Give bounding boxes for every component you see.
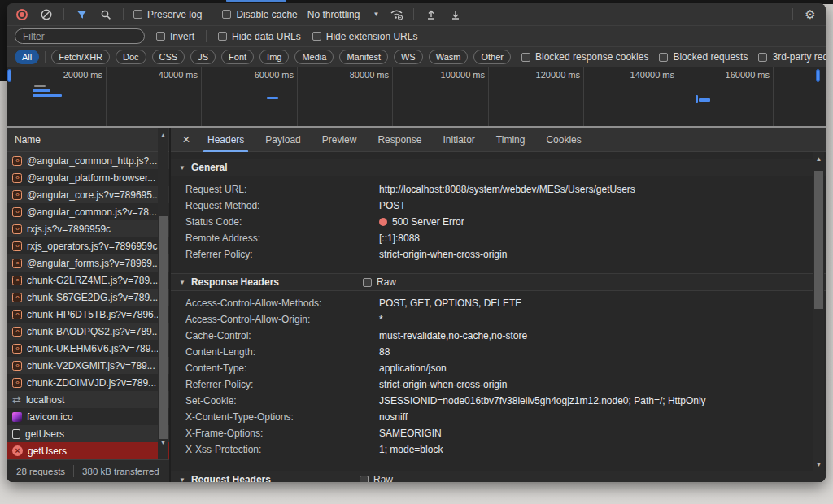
request-row[interactable]: getUsers — [7, 425, 169, 442]
tab-payload[interactable]: Payload — [256, 128, 309, 152]
request-row[interactable]: @angular_core.js?v=789695... — [7, 186, 169, 203]
request-row[interactable]: @angular_forms.js?v=78969... — [7, 254, 169, 272]
header-key: Access-Control-Allow-Origin: — [185, 314, 379, 325]
chip-manifest[interactable]: Manifest — [339, 50, 388, 64]
request-row[interactable]: chunk-S67GE2DG.js?v=789... — [7, 289, 169, 306]
image-file-icon — [12, 412, 22, 422]
header-row: X-Frame-Options:SAMEORIGIN — [171, 425, 826, 441]
chip-media[interactable]: Media — [294, 50, 334, 64]
request-list-name-column-header[interactable]: Name — [7, 128, 169, 152]
scroll-up-icon[interactable]: ▲ — [813, 154, 824, 164]
tab-preview[interactable]: Preview — [313, 128, 366, 152]
import-har-button[interactable] — [424, 7, 438, 22]
response-headers-section-header[interactable]: ▼ Response Headers Raw — [171, 273, 826, 291]
search-button[interactable] — [98, 7, 113, 22]
preserve-log-checkbox[interactable]: Preserve log — [133, 9, 202, 20]
request-row[interactable]: @angular_platform-browser... — [7, 169, 169, 186]
tab-headers[interactable]: Headers — [198, 128, 253, 152]
request-row[interactable]: ⇄localhost — [7, 391, 169, 408]
toolbar-divider — [792, 8, 793, 20]
scrollbar-thumb[interactable] — [159, 216, 168, 439]
third-party-requests-checkbox[interactable]: 3rd-party requests — [758, 51, 826, 63]
scroll-down-icon[interactable]: ▼ — [813, 459, 824, 470]
request-name: @angular_forms.js?v=78969... — [27, 258, 160, 269]
header-row: Remote Address:[::1]:8088 — [171, 230, 826, 246]
request-name: @angular_platform-browser... — [27, 172, 155, 184]
request-row-selected-error[interactable]: ×getUsers — [7, 442, 169, 459]
scroll-down-icon[interactable]: ▼ — [158, 437, 168, 448]
record-network-log-button[interactable] — [15, 7, 29, 22]
tab-response[interactable]: Response — [369, 128, 430, 152]
chip-other[interactable]: Other — [473, 50, 511, 64]
tab-timing[interactable]: Timing — [487, 128, 534, 152]
request-row[interactable]: chunk-ZDOIMVJD.js?v=789... — [7, 374, 169, 391]
status-bar-divider — [73, 465, 74, 477]
header-value: POST — [379, 200, 406, 211]
tab-cookies[interactable]: Cookies — [537, 128, 590, 152]
filter-toggle-button[interactable] — [74, 7, 89, 22]
chip-wasm[interactable]: Wasm — [429, 50, 469, 64]
chip-fetch-xhr[interactable]: Fetch/XHR — [51, 50, 110, 64]
network-conditions-button[interactable] — [389, 7, 403, 22]
request-row[interactable]: favicon.ico — [7, 408, 169, 425]
disable-cache-checkbox[interactable]: Disable cache — [222, 9, 297, 20]
blocked-response-cookies-checkbox[interactable]: Blocked response cookies — [521, 51, 648, 63]
filter-bar-divider — [206, 30, 207, 42]
chip-css[interactable]: CSS — [152, 50, 185, 64]
response-headers-raw-checkbox[interactable]: Raw — [363, 276, 396, 288]
details-scrollbar[interactable]: ▲ ▼ — [813, 152, 824, 482]
timeline-tick: 40000 ms — [124, 70, 198, 80]
request-row[interactable]: chunk-V2DXGMIT.js?v=789... — [7, 357, 169, 374]
toolbar-divider — [413, 8, 414, 20]
scrollbar-thumb[interactable] — [814, 171, 823, 309]
request-row[interactable]: chunk-UKEHM6V6.js?v=789... — [7, 340, 169, 357]
disable-cache-label: Disable cache — [236, 9, 297, 20]
request-headers-section-title: Request Headers — [191, 474, 271, 482]
timeline-activity-bar — [33, 94, 62, 97]
checkbox-icon — [312, 32, 321, 41]
request-row[interactable]: chunk-G2LRZ4ME.js?v=789... — [7, 272, 169, 289]
script-file-icon — [12, 156, 22, 166]
scroll-up-icon[interactable]: ▲ — [158, 130, 168, 141]
request-name: @angular_common_http.js?... — [27, 155, 157, 167]
request-headers-raw-checkbox[interactable]: Raw — [360, 474, 393, 482]
hide-data-urls-checkbox[interactable]: Hide data URLs — [218, 31, 301, 42]
invert-checkbox[interactable]: Invert — [156, 31, 194, 42]
request-row[interactable]: @angular_common.js?v=78... — [7, 203, 169, 220]
chip-font[interactable]: Font — [221, 50, 254, 64]
header-value: strict-origin-when-cross-origin — [379, 379, 507, 390]
chip-all[interactable]: All — [15, 50, 39, 64]
response-headers-rows: Access-Control-Allow-Methods:POST, GET, … — [171, 291, 826, 462]
request-row[interactable]: rxjs_operators.js?v=7896959c — [7, 237, 169, 254]
chip-js[interactable]: JS — [190, 50, 216, 64]
request-row[interactable]: chunk-HP6DT5TB.js?v=7896... — [7, 306, 169, 323]
request-headers-section-header[interactable]: ▼ Request Headers Raw — [171, 471, 826, 482]
transferred-size: 380 kB transferred — [82, 467, 159, 476]
script-file-icon — [12, 207, 22, 217]
script-file-icon — [12, 344, 22, 354]
network-overview-timeline[interactable]: 20000 ms 40000 ms 60000 ms 80000 ms 1000… — [7, 67, 826, 128]
settings-button[interactable]: ⚙ — [803, 7, 818, 22]
throttling-select[interactable]: No throttling ▼ — [307, 9, 380, 20]
filter-input[interactable] — [15, 28, 145, 44]
timeline-right-grip[interactable] — [816, 69, 820, 82]
header-key: Referrer-Policy: — [185, 379, 379, 390]
hide-extension-urls-checkbox[interactable]: Hide extension URLs — [312, 31, 418, 42]
chip-doc[interactable]: Doc — [116, 50, 146, 64]
browser-tab-highlight — [226, 0, 286, 2]
close-details-button[interactable]: × — [177, 131, 195, 149]
blocked-requests-checkbox[interactable]: Blocked requests — [659, 51, 748, 63]
export-har-button[interactable] — [448, 7, 463, 22]
chip-ws[interactable]: WS — [394, 50, 423, 64]
status-error-dot-icon — [379, 218, 387, 226]
request-row[interactable]: rxjs.js?v=7896959c — [7, 220, 169, 237]
tab-initiator[interactable]: Initiator — [434, 128, 483, 152]
clear-network-log-button[interactable] — [39, 7, 54, 22]
request-row[interactable]: @angular_common_http.js?... — [7, 152, 169, 169]
request-row[interactable]: chunk-BAODPQS2.js?v=789... — [7, 323, 169, 340]
general-section-header[interactable]: ▼ General — [171, 159, 826, 176]
chip-img[interactable]: Img — [259, 50, 289, 64]
request-list-scrollbar[interactable]: ▲ ▼ — [158, 128, 168, 459]
timeline-left-grip[interactable] — [7, 69, 11, 82]
header-key: Request URL: — [185, 184, 379, 195]
